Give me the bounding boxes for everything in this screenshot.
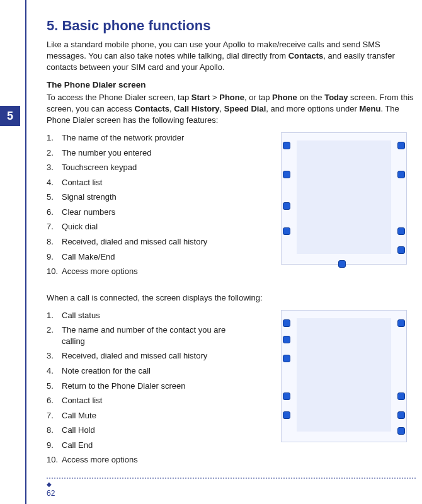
callout-marker: [397, 392, 405, 400]
list-item: 10.Access more options: [47, 266, 248, 277]
list-item-label: Contact list: [62, 395, 102, 406]
bold-term: Call History: [174, 104, 219, 113]
list-item-label: Contact list: [62, 177, 102, 188]
list-item-number: 8.: [47, 425, 62, 436]
list-item-number: 5.: [47, 192, 62, 203]
list-item: 8.Received, dialed and missed call histo…: [47, 236, 248, 248]
dialer-screenshot: [281, 132, 407, 265]
footer-diamond-icon: ◆: [47, 481, 55, 488]
list-item-label: The name of the network provider: [62, 132, 184, 144]
callout-marker: [397, 319, 405, 327]
list-item-label: Received, dialed and missed call history: [62, 350, 207, 362]
text-run: on the: [297, 93, 324, 102]
callout-marker: [397, 411, 405, 419]
list-item-number: 7.: [47, 410, 62, 421]
left-margin-rail: 5: [0, 0, 26, 504]
list-item-number: 5.: [47, 381, 62, 392]
list-item-number: 2.: [47, 147, 62, 159]
list-item-number: 1.: [47, 132, 62, 144]
list-item-label: The name and number of the contact you a…: [62, 324, 248, 346]
callout-marker: [397, 142, 405, 149]
list-item: 1.Call status: [47, 310, 248, 321]
list-item: 9.Call Make/End: [47, 251, 248, 263]
bold-term: Today: [324, 93, 348, 102]
list-item-number: 4.: [47, 365, 62, 377]
callout-marker: [283, 355, 290, 362]
callout-marker: [397, 171, 405, 178]
list-item: 2.The name and number of the contact you…: [47, 324, 248, 346]
callout-marker: [397, 246, 405, 254]
text-run: , and more options under: [266, 104, 359, 113]
bold-term: Contacts: [288, 51, 324, 60]
text-run: >: [210, 93, 219, 102]
callout-marker: [283, 319, 290, 327]
list-item-number: 3.: [47, 350, 62, 362]
subheading-dialer: The Phone Dialer screen: [47, 80, 419, 89]
connected-call-screenshot: [281, 310, 407, 442]
connected-call-intro: When a call is connected, the screen dis…: [47, 292, 419, 304]
list-item-number: 1.: [47, 310, 62, 321]
dialer-feature-list: 1.The name of the network provider2.The …: [47, 132, 248, 277]
list-item-number: 8.: [47, 236, 62, 248]
list-item-label: Call End: [62, 440, 93, 451]
callout-marker: [283, 171, 290, 178]
list-item-number: 9.: [47, 251, 62, 263]
list-item-label: Note creation for the call: [62, 365, 151, 377]
bold-term: Speed Dial: [224, 104, 266, 113]
dialer-paragraph: To access the Phone Dialer screen, tap S…: [47, 92, 419, 127]
list-item: 2.The number you entered: [47, 147, 248, 159]
connected-call-block: 1.Call status2.The name and number of th…: [47, 310, 419, 466]
footer-rule: [47, 478, 416, 479]
callout-marker: [283, 411, 290, 419]
list-item: 6.Contact list: [47, 395, 248, 406]
text-run: ,: [220, 104, 224, 113]
list-item: 5.Signal strength: [47, 192, 248, 203]
callout-marker: [283, 142, 290, 149]
chapter-number-tab: 5: [0, 106, 20, 126]
list-item-label: Touchscreen keypad: [62, 162, 137, 173]
bold-term: Start: [191, 93, 210, 102]
dialer-features-block: 1.The name of the network provider2.The …: [47, 132, 419, 277]
list-item-number: 9.: [47, 440, 62, 451]
list-item: 3.Received, dialed and missed call histo…: [47, 350, 248, 362]
callout-marker: [283, 202, 290, 210]
list-item-label: Call Make/End: [62, 251, 115, 263]
page-content: 5. Basic phone functions Like a standard…: [47, 18, 419, 469]
list-item-number: 4.: [47, 177, 62, 188]
list-item-number: 6.: [47, 207, 62, 218]
list-item: 7.Quick dial: [47, 221, 248, 232]
list-item-number: 7.: [47, 221, 62, 232]
list-item-label: Signal strength: [62, 192, 117, 203]
intro-paragraph: Like a standard mobile phone, you can us…: [47, 39, 419, 74]
page-footer: ◆ 62: [47, 481, 55, 498]
list-item-label: Access more options: [62, 454, 138, 466]
list-item-number: 2.: [47, 324, 62, 346]
list-item-number: 6.: [47, 395, 62, 406]
callout-marker: [397, 427, 405, 435]
callout-marker: [283, 227, 290, 235]
bold-term: Contacts: [134, 104, 169, 113]
list-item-label: Call status: [62, 310, 100, 321]
list-item-number: 3.: [47, 162, 62, 173]
list-item-label: The number you entered: [62, 147, 151, 159]
chapter-number: 5: [7, 110, 13, 123]
list-item: 8.Call Hold: [47, 425, 248, 436]
list-item-label: Received, dialed and missed call history: [62, 236, 207, 248]
list-item-label: Access more options: [62, 266, 138, 277]
list-item: 5.Return to the Phone Dialer screen: [47, 381, 248, 392]
list-item: 6.Clear numbers: [47, 207, 248, 218]
list-item-label: Quick dial: [62, 221, 98, 232]
list-item: 10.Access more options: [47, 454, 248, 466]
bold-term: Phone: [272, 93, 297, 102]
list-item-number: 10.: [47, 266, 62, 277]
list-item-label: Call Hold: [62, 425, 95, 436]
callout-marker: [283, 392, 290, 400]
callout-marker: [338, 260, 346, 268]
list-item-label: Return to the Phone Dialer screen: [62, 381, 186, 392]
list-item: 3.Touchscreen keypad: [47, 162, 248, 173]
list-item: 7.Call Mute: [47, 410, 248, 421]
text-run: To access the Phone Dialer screen, tap: [47, 93, 191, 102]
connected-call-list: 1.Call status2.The name and number of th…: [47, 310, 248, 466]
list-item: 4.Contact list: [47, 177, 248, 188]
list-item: 4.Note creation for the call: [47, 365, 248, 377]
